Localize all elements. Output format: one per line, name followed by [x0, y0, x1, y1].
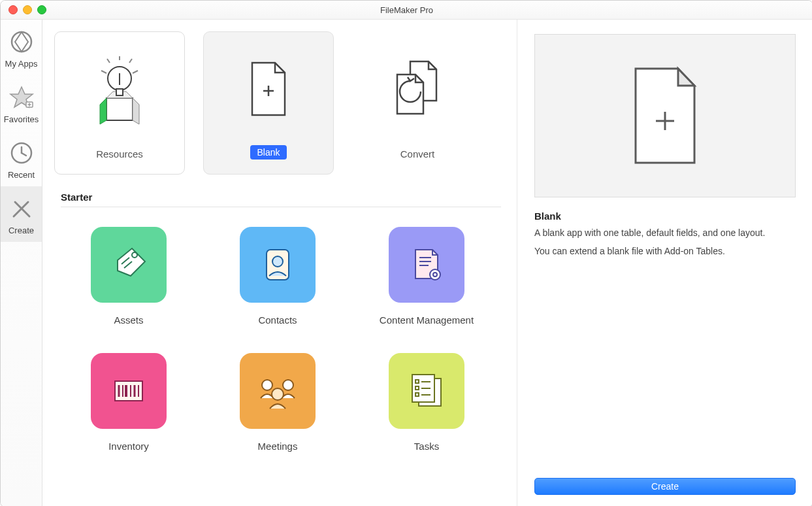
window-title: FileMaker Pro	[1, 5, 812, 15]
document-gear-icon	[389, 227, 464, 303]
detail-title: Blank	[534, 211, 796, 222]
svg-line-7	[22, 153, 26, 156]
svg-line-20	[107, 59, 110, 63]
sidebar-item-recent[interactable]: Recent	[1, 131, 42, 186]
sidebar-item-label: Recent	[8, 170, 35, 180]
pencil-brush-icon	[8, 195, 35, 222]
svg-point-41	[262, 380, 272, 390]
detail-description: A blank app with one table, default fiel…	[534, 227, 796, 240]
barcode-icon	[91, 353, 167, 429]
app-window: FileMaker Pro My Apps Favorites Recen	[0, 0, 812, 506]
svg-point-28	[272, 256, 283, 267]
sidebar-item-create[interactable]: Create	[1, 186, 42, 242]
star-icon	[8, 84, 35, 110]
card-blank[interactable]: Blank	[203, 31, 334, 175]
aperture-icon	[8, 29, 35, 55]
sidebar-item-label: Favorites	[4, 114, 39, 124]
document-plus-icon	[626, 63, 704, 168]
card-resources[interactable]: Resources	[54, 31, 185, 175]
svg-point-43	[272, 388, 284, 400]
center-area: Resources Blank	[42, 20, 517, 506]
card-label: Resources	[96, 148, 143, 160]
sidebar-item-label: My Apps	[5, 59, 38, 69]
id-badge-icon	[240, 227, 316, 303]
starter-grid: Assets Contacts Content Mana	[54, 227, 501, 452]
starter-item-label: Meetings	[258, 441, 298, 452]
starter-item-label: Assets	[114, 314, 143, 326]
card-label: Blank	[250, 145, 286, 160]
starter-item-label: Inventory	[108, 441, 149, 452]
sidebar-item-favorites[interactable]: Favorites	[1, 75, 42, 131]
clock-icon	[8, 140, 35, 166]
svg-marker-11	[100, 98, 106, 124]
svg-line-18	[133, 71, 138, 73]
starter-item-contacts[interactable]: Contacts	[203, 227, 352, 326]
detail-description-2: You can extend a blank file with Add-on …	[534, 245, 796, 258]
svg-point-42	[283, 380, 293, 390]
card-convert[interactable]: Convert	[352, 31, 483, 175]
starter-item-label: Contacts	[258, 314, 297, 326]
sidebar-item-label: Create	[8, 226, 34, 235]
create-button[interactable]: Create	[534, 478, 796, 495]
detail-preview	[534, 34, 796, 197]
starter-item-assets[interactable]: Assets	[54, 227, 203, 326]
lightbulb-box-icon	[87, 32, 152, 148]
sidebar-item-my-apps[interactable]: My Apps	[1, 20, 42, 75]
starter-item-label: Tasks	[414, 441, 439, 452]
checklist-icon	[389, 353, 464, 429]
starter-item-inventory[interactable]: Inventory	[54, 353, 203, 452]
svg-line-21	[129, 59, 132, 63]
starter-item-meetings[interactable]: Meetings	[203, 353, 352, 452]
svg-line-17	[101, 71, 106, 73]
sidebar: My Apps Favorites Recent Create	[1, 20, 42, 506]
svg-rect-15	[116, 89, 123, 95]
detail-panel: Blank A blank app with one table, defaul…	[517, 20, 812, 506]
card-label: Convert	[400, 148, 435, 160]
titlebar: FileMaker Pro	[1, 1, 812, 20]
people-icon	[240, 353, 316, 429]
starter-item-label: Content Management	[380, 314, 474, 326]
document-plus-icon	[246, 32, 291, 145]
convert-icon	[388, 32, 447, 148]
svg-rect-10	[106, 98, 133, 120]
starter-item-tasks[interactable]: Tasks	[352, 353, 501, 452]
svg-marker-12	[133, 98, 139, 124]
starter-item-content-management[interactable]: Content Management	[352, 227, 501, 326]
tag-icon	[91, 227, 167, 303]
svg-point-32	[430, 269, 440, 280]
starter-heading: Starter	[61, 192, 501, 207]
